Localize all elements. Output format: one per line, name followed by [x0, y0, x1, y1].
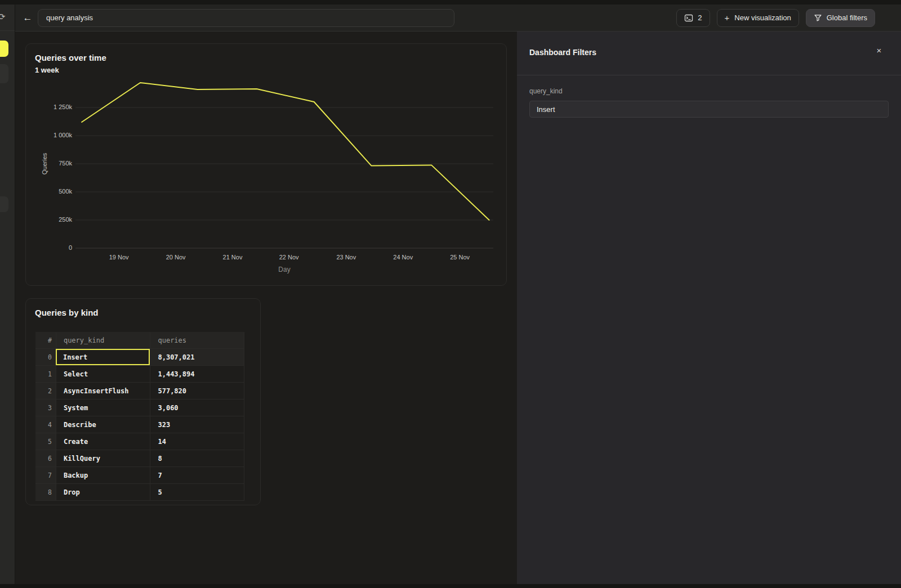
x-tick-label: 25 Nov: [443, 254, 477, 261]
x-tick-label: 24 Nov: [386, 254, 420, 261]
chart-subtitle: 1 week: [35, 66, 59, 74]
query-tabs-count: 2: [698, 14, 702, 22]
panel-divider: [517, 75, 901, 75]
y-tick-label: 250k: [26, 216, 72, 223]
window-top-strip: [0, 0, 901, 5]
cell-query-kind[interactable]: Backup: [56, 467, 150, 483]
row-index: 6: [35, 450, 56, 466]
column-header-index: #: [35, 332, 56, 348]
row-index: 1: [35, 366, 56, 382]
global-filters-button[interactable]: Global filters: [806, 9, 875, 27]
y-tick-label: 0: [26, 244, 72, 251]
cell-query-kind[interactable]: Create: [56, 433, 150, 450]
cell-query-kind[interactable]: Select: [56, 366, 150, 382]
table-row: 1Select1,443,894: [35, 366, 244, 383]
cell-query-kind-selected[interactable]: Insert: [56, 349, 150, 365]
dashboard-app: ⟳ ← 2 + New visualization Globa: [0, 0, 901, 588]
chart-y-axis-ticks: 0250k500k750k1 000k1 250k: [26, 79, 72, 248]
query-kind-filter-input[interactable]: [529, 101, 889, 118]
row-index: 3: [35, 400, 56, 416]
table-header-row: #query_kindqueries: [35, 332, 244, 349]
refresh-icon[interactable]: ⟳: [0, 12, 6, 22]
queries-by-kind-table: #query_kindqueries0Insert8,307,0211Selec…: [35, 332, 244, 501]
x-tick-label: 19 Nov: [102, 254, 136, 261]
y-tick-label: 1 250k: [26, 104, 72, 110]
queries-line-chart[interactable]: [75, 79, 493, 249]
sidebar-item-active-dashboard[interactable]: [0, 41, 8, 57]
table-title: Queries by kind: [35, 308, 99, 317]
queries-over-time-card: Queries over time 1 week Queries 0250k50…: [25, 43, 507, 286]
x-tick-label: 20 Nov: [159, 254, 193, 261]
row-index: 8: [35, 484, 56, 500]
query-tabs-button[interactable]: 2: [676, 9, 710, 27]
new-visualization-label: New visualization: [734, 14, 791, 22]
chart-title: Queries over time: [35, 53, 106, 62]
row-index: 2: [35, 383, 56, 399]
cell-queries[interactable]: 577,820: [150, 383, 244, 399]
funnel-icon: [814, 14, 822, 22]
cell-queries[interactable]: 14: [150, 433, 244, 450]
cell-queries[interactable]: 323: [150, 416, 244, 433]
cell-query-kind[interactable]: Describe: [56, 416, 150, 433]
topbar-actions: 2 + New visualization Global filters: [676, 9, 875, 27]
cell-query-kind[interactable]: System: [56, 400, 150, 416]
dashboard-filters-panel: Dashboard Filters × query_kind: [517, 32, 901, 584]
column-header-query-kind[interactable]: query_kind: [56, 332, 150, 348]
close-icon[interactable]: ×: [873, 44, 885, 56]
column-header-queries[interactable]: queries: [150, 332, 244, 348]
window-bottom-strip: [0, 584, 901, 588]
cell-queries[interactable]: 8: [150, 450, 244, 466]
cell-queries[interactable]: 1,443,894: [150, 366, 244, 382]
cell-queries[interactable]: 3,060: [150, 400, 244, 416]
table-row: 6KillQuery8: [35, 450, 244, 467]
new-visualization-button[interactable]: + New visualization: [717, 9, 799, 27]
row-index: 4: [35, 416, 56, 433]
sidebar-header: ⟳: [0, 5, 15, 31]
dashboard-title-input[interactable]: [38, 9, 454, 27]
chart-x-axis-ticks: 19 Nov20 Nov21 Nov22 Nov23 Nov24 Nov25 N…: [75, 254, 493, 263]
row-index: 0: [35, 349, 56, 365]
cell-query-kind[interactable]: Drop: [56, 484, 150, 500]
y-tick-label: 750k: [26, 160, 72, 167]
queries-by-kind-card: Queries by kind #query_kindqueries0Inser…: [25, 298, 261, 505]
x-tick-label: 23 Nov: [329, 254, 363, 261]
table-row: 2AsyncInsertFlush577,820: [35, 383, 244, 400]
cell-query-kind[interactable]: KillQuery: [56, 450, 150, 466]
table-row: 7Backup7: [35, 467, 244, 484]
topbar: ← 2 + New visualization Global filters: [15, 5, 901, 32]
filters-panel-title: Dashboard Filters: [529, 48, 596, 57]
row-index: 5: [35, 433, 56, 450]
table-row: 8Drop5: [35, 484, 244, 501]
left-sidebar: ⟳: [0, 5, 15, 584]
table-row: 4Describe323: [35, 416, 244, 433]
y-tick-label: 1 000k: [26, 132, 72, 138]
cell-queries[interactable]: 8,307,021: [150, 349, 244, 365]
sidebar-item[interactable]: [0, 196, 8, 212]
back-arrow-icon: ←: [23, 12, 33, 24]
x-tick-label: 21 Nov: [216, 254, 249, 261]
table-row: 5Create14: [35, 433, 244, 450]
row-index: 7: [35, 467, 56, 483]
table-row: 0Insert8,307,021: [35, 349, 244, 366]
filter-field-label: query_kind: [529, 87, 563, 95]
chart-x-axis-label: Day: [75, 266, 493, 273]
main-content: Queries over time 1 week Queries 0250k50…: [15, 32, 517, 584]
back-button[interactable]: ←: [21, 11, 34, 25]
cell-query-kind[interactable]: AsyncInsertFlush: [56, 383, 150, 399]
terminal-icon: [684, 14, 693, 23]
sidebar-item[interactable]: [0, 64, 8, 83]
x-tick-label: 22 Nov: [272, 254, 306, 261]
cell-queries[interactable]: 5: [150, 484, 244, 500]
plus-icon: +: [725, 13, 730, 23]
global-filters-label: Global filters: [827, 14, 867, 22]
cell-queries[interactable]: 7: [150, 467, 244, 483]
y-tick-label: 500k: [26, 188, 72, 195]
table-row: 3System3,060: [35, 400, 244, 416]
